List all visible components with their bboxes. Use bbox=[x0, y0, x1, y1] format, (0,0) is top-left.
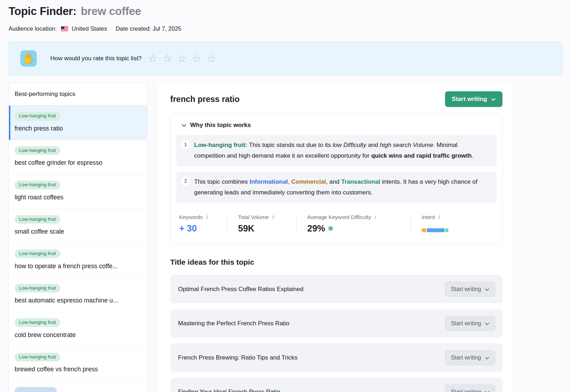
start-writing-button[interactable]: Start writing bbox=[445, 91, 502, 107]
star-icon[interactable]: ☆ bbox=[207, 54, 216, 64]
topic-badge: Low-hanging fruit bbox=[15, 284, 60, 293]
why-point: 1 Low-hanging fruit: This topic stands o… bbox=[176, 135, 496, 167]
topic-label: small coffee scale bbox=[15, 228, 141, 235]
raised-hand-icon: ✋ bbox=[20, 50, 37, 67]
metric-total-volume: Total Volume i 59K bbox=[227, 214, 296, 234]
why-points: 1 Low-hanging fruit: This topic stands o… bbox=[176, 135, 496, 203]
difficulty-value: 29% bbox=[307, 223, 325, 234]
topic-label: best automatic espresso machine u... bbox=[15, 297, 141, 304]
topic-list-item[interactable]: Low-hanging fruit small coffee scale bbox=[9, 209, 147, 244]
topic-label: brewed coffee vs french press bbox=[15, 366, 141, 373]
point-number: 2 bbox=[181, 177, 190, 186]
topic-list: Low-hanging fruit french press ratio Low… bbox=[9, 106, 147, 392]
title-ideas-heading: Title ideas for this topic bbox=[170, 258, 502, 266]
topic-list-item[interactable]: Low-hanging fruit light roast coffees bbox=[9, 174, 147, 209]
topic-list-item[interactable]: Low-hanging fruit french press ratio bbox=[9, 106, 147, 140]
total-volume-value: 59K bbox=[238, 223, 296, 234]
intent-segment-commercial bbox=[421, 228, 426, 232]
start-writing-button[interactable]: Start writing bbox=[445, 385, 495, 392]
topic-detail-panel: french press ratio Start writing Why thi… bbox=[157, 83, 513, 392]
topic-badge: Low-hanging fruit bbox=[15, 318, 60, 327]
title-idea-text: Mastering the Perfect French Press Ratio bbox=[178, 320, 289, 327]
topic-metrics: Keywords i + 30 Total Volume i 59K bbox=[176, 208, 496, 244]
audience-location-label: Audience location: bbox=[9, 25, 57, 32]
start-writing-button[interactable]: Start writing bbox=[445, 350, 495, 365]
us-flag-icon bbox=[61, 26, 68, 31]
date-created: Date created: Jul 7, 2025 bbox=[116, 25, 181, 32]
title-idea-row: Mastering the Perfect French Press Ratio… bbox=[170, 309, 502, 337]
page-title: Topic Finder: brew coffee bbox=[9, 5, 562, 18]
keywords-value: + 30 bbox=[179, 223, 227, 234]
topic-list-item[interactable]: Low-hanging fruit how to operate a frenc… bbox=[9, 243, 147, 278]
difficulty-status-dot bbox=[328, 226, 333, 231]
star-icon[interactable]: ☆ bbox=[177, 54, 187, 64]
keywords-label: Keywords bbox=[179, 214, 203, 220]
start-writing-label: Start writing bbox=[451, 389, 481, 392]
intent-segment-transactional bbox=[445, 228, 449, 232]
metric-keyword-difficulty: Average Keyword Difficulty i 29% bbox=[296, 214, 410, 234]
chevron-down-icon bbox=[485, 320, 489, 327]
point-number: 1 bbox=[181, 140, 190, 149]
difficulty-label: Average Keyword Difficulty bbox=[307, 214, 371, 220]
topic-label: light roast coffees bbox=[15, 194, 141, 201]
selected-topic-title: french press ratio bbox=[170, 95, 239, 104]
intent-distribution-bar bbox=[421, 228, 449, 232]
why-topic-works-toggle[interactable]: Why this topic works bbox=[176, 122, 496, 135]
star-icon[interactable]: ☆ bbox=[192, 54, 201, 64]
topic-label: how to operate a french press coffe... bbox=[15, 263, 141, 270]
topic-list-item[interactable]: Low-hanging fruit best coffee grinder fo… bbox=[9, 140, 147, 175]
best-performing-topics-panel: Best-performing topics Low-hanging fruit… bbox=[9, 83, 147, 392]
chevron-down-icon bbox=[485, 355, 489, 361]
start-writing-label: Start writing bbox=[451, 286, 481, 292]
topic-label: best coffee grinder for espresso bbox=[15, 159, 141, 167]
topic-list-item[interactable]: Low-hanging fruit cold brew concentrate bbox=[9, 312, 147, 347]
audience-location-value: United States bbox=[72, 25, 107, 32]
topic-label: french press ratio bbox=[15, 125, 141, 132]
intent-label: Intent bbox=[421, 214, 435, 220]
why-point: 2 This topic combines Informational, Com… bbox=[176, 172, 496, 203]
point-text: Low-hanging fruit: This topic stands out… bbox=[194, 142, 473, 159]
topic-badge: Low-hanging fruit bbox=[15, 215, 60, 224]
title-idea-row: French Press Brewing: Ratio Tips and Tri… bbox=[170, 343, 502, 372]
topic-badge: Low-hanging fruit bbox=[15, 353, 60, 362]
topic-badge: Low-hanging fruit bbox=[15, 249, 60, 258]
topic-list-item[interactable]: Low-hanging fruit brewed coffee vs frenc… bbox=[9, 347, 147, 381]
chevron-down-icon bbox=[485, 389, 489, 392]
title-idea-row: Optimal French Press Coffee Ratios Expla… bbox=[170, 275, 502, 303]
topic-list-item[interactable]: Low-hanging fruit best automatic espress… bbox=[9, 278, 147, 312]
info-icon[interactable]: i bbox=[374, 214, 376, 220]
topic-badge: Low-hanging fruit bbox=[15, 146, 60, 155]
info-icon[interactable]: i bbox=[272, 214, 274, 220]
total-volume-label: Total Volume bbox=[238, 214, 269, 220]
point-text: This topic combines Informational, Comme… bbox=[194, 178, 477, 196]
page-subheader: Audience location: United States Date cr… bbox=[9, 25, 562, 32]
content-area: Best-performing topics Low-hanging fruit… bbox=[9, 83, 562, 392]
topic-finder-page: Topic Finder: brew coffee Audience locat… bbox=[0, 5, 571, 392]
intent-segment-informational bbox=[427, 228, 445, 232]
page-title-prefix: Topic Finder: bbox=[9, 5, 76, 18]
why-topic-works-title: Why this topic works bbox=[190, 122, 251, 129]
topic-list-item[interactable] bbox=[9, 381, 147, 392]
star-icon[interactable]: ☆ bbox=[148, 54, 157, 64]
page-title-query: brew coffee bbox=[81, 5, 141, 18]
sidebar-title: Best-performing topics bbox=[9, 83, 147, 106]
topic-detail-header: french press ratio Start writing bbox=[170, 91, 502, 107]
rating-banner: ✋ How would you rate this topic list? ☆☆… bbox=[9, 41, 562, 76]
topic-badge bbox=[15, 387, 57, 392]
star-icon[interactable]: ☆ bbox=[163, 54, 172, 64]
topic-badge: Low-hanging fruit bbox=[15, 180, 60, 189]
title-idea-row: Finding Your Ideal French Press Ratio St… bbox=[170, 378, 502, 392]
info-icon[interactable]: i bbox=[438, 214, 440, 220]
start-writing-button[interactable]: Start writing bbox=[445, 316, 495, 331]
topic-badge: Low-hanging fruit bbox=[15, 112, 60, 121]
metric-keywords: Keywords i + 30 bbox=[176, 214, 227, 234]
start-writing-button[interactable]: Start writing bbox=[445, 282, 495, 297]
chevron-down-icon bbox=[485, 286, 489, 292]
info-icon[interactable]: i bbox=[206, 214, 208, 220]
start-writing-label: Start writing bbox=[451, 355, 481, 361]
chevron-down-icon bbox=[491, 96, 496, 103]
why-topic-works-card: Why this topic works 1 Low-hanging fruit… bbox=[170, 113, 502, 244]
topic-label: cold brew concentrate bbox=[15, 331, 141, 339]
star-rating: ☆☆☆☆☆ bbox=[148, 54, 216, 64]
title-idea-text: Optimal French Press Coffee Ratios Expla… bbox=[178, 286, 303, 293]
